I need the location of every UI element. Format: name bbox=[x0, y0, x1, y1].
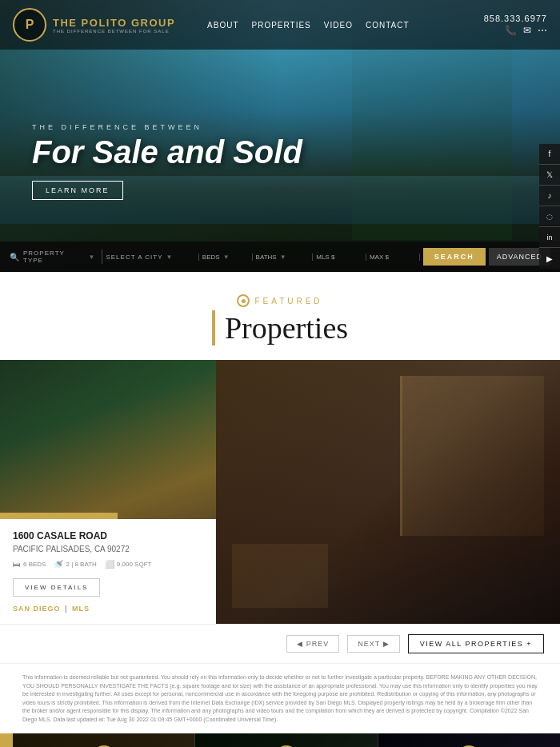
view-all-button[interactable]: VIEW ALL PROPERTIES + bbox=[408, 634, 544, 653]
spec-baths: 🚿 2 | 8 BATH bbox=[54, 560, 96, 569]
max-field[interactable]: MAX $ bbox=[370, 254, 420, 261]
bottom-tiles: ▲ P NEIGHBORHOOD GUIDE P INTERACTIVE MAP… bbox=[0, 733, 560, 747]
disclaimer-text: This information is deemed reliable but … bbox=[0, 663, 560, 733]
hero-content: THE DIFFERENCE BETWEEN For Sale and Sold… bbox=[32, 123, 302, 200]
social-tiktok[interactable]: ♪ bbox=[539, 186, 560, 206]
nav-about[interactable]: ABOUT bbox=[207, 21, 238, 30]
social-twitter[interactable]: 𝕏 bbox=[539, 165, 560, 186]
orange-tab: ▲ bbox=[0, 733, 13, 747]
mls-badge: SAN DIEGO | MLS bbox=[13, 605, 203, 613]
featured-title-text: Properties bbox=[225, 310, 348, 346]
tile-valuation[interactable]: P HOME VALUATION bbox=[378, 733, 560, 747]
city-select[interactable]: SELECT A CITY ▼ bbox=[106, 254, 198, 261]
main-nav: ABOUT PROPERTIES VIDEO CONTACT bbox=[207, 21, 409, 30]
property-city: Pacific Palisades, CA 90272 bbox=[13, 545, 203, 553]
nav-contact[interactable]: CONTACT bbox=[366, 21, 410, 30]
logo-circle: P bbox=[13, 8, 46, 42]
social-linkedin[interactable]: in bbox=[539, 227, 560, 248]
spec-beds: 🛏 6 BEDS bbox=[13, 560, 46, 569]
header-right: 858.333.6977 📞 ✉ ⋯ bbox=[484, 14, 547, 36]
logo-tagline: THE DIFFERENCE BETWEEN FOR SALE bbox=[53, 29, 175, 34]
search-button[interactable]: SEARCH bbox=[423, 248, 486, 266]
baths-select[interactable]: BATHS ▼ bbox=[256, 254, 314, 261]
grid-icon[interactable]: ⋯ bbox=[538, 25, 547, 36]
property-info-panel: 1600 CASALE ROAD Pacific Palisades, CA 9… bbox=[0, 519, 216, 624]
logo[interactable]: P THE POLITO GROUP THE DIFFERENCE BETWEE… bbox=[13, 8, 175, 42]
logo-name: THE POLITO GROUP bbox=[53, 17, 175, 29]
featured-emblem bbox=[237, 294, 250, 307]
search-bar: 🔍 PROPERTY TYPE ▼ SELECT A CITY ▼ BEDS ▼… bbox=[0, 242, 560, 272]
phone-number[interactable]: 858.333.6977 bbox=[484, 14, 547, 23]
property-address: 1600 CASALE ROAD bbox=[13, 530, 203, 543]
featured-label: FEATURED bbox=[0, 294, 560, 307]
phone-icon[interactable]: 📞 bbox=[505, 25, 517, 36]
nav-properties[interactable]: PROPERTIES bbox=[252, 21, 311, 30]
next-button[interactable]: NEXT ▶ bbox=[347, 635, 399, 653]
property-specs: 🛏 6 BEDS 🚿 2 | 8 BATH ⬜ 9,000 SQFT bbox=[13, 560, 203, 569]
tile-neighborhood[interactable]: P NEIGHBORHOOD GUIDE bbox=[13, 733, 194, 747]
property-type-field[interactable]: 🔍 PROPERTY TYPE ▼ bbox=[10, 250, 102, 264]
hero-subtitle: THE DIFFERENCE BETWEEN bbox=[32, 123, 302, 131]
hero-title: For Sale and Sold bbox=[32, 134, 302, 170]
featured-title: Properties bbox=[0, 310, 560, 346]
property-image-right bbox=[216, 360, 560, 624]
logo-letter: P bbox=[26, 18, 34, 32]
featured-header: FEATURED Properties bbox=[0, 294, 560, 346]
nav-video[interactable]: VIDEO bbox=[324, 21, 353, 30]
view-details-button[interactable]: VIEW DETAILS bbox=[13, 578, 100, 597]
prev-button[interactable]: ◀ PREV bbox=[286, 635, 339, 653]
property-image: $22,000,000 1600 CASALE ROAD Pacific Pal… bbox=[0, 360, 216, 624]
site-header: P THE POLITO GROUP THE DIFFERENCE BETWEE… bbox=[0, 0, 560, 50]
featured-section: FEATURED Properties $22,000,000 1600 CAS… bbox=[0, 272, 560, 733]
learn-more-button[interactable]: LEARN MORE bbox=[32, 181, 123, 200]
email-icon[interactable]: ✉ bbox=[523, 25, 531, 36]
spec-sqft: ⬜ 9,000 SQFT bbox=[105, 560, 152, 569]
mls-field[interactable]: MLS $ bbox=[316, 254, 366, 261]
property-card: $22,000,000 1600 CASALE ROAD Pacific Pal… bbox=[0, 360, 560, 624]
social-custom[interactable]: ◌ bbox=[539, 206, 560, 227]
tile-map[interactable]: P INTERACTIVE MAP bbox=[194, 733, 377, 747]
property-navigation: ◀ PREV NEXT ▶ VIEW ALL PROPERTIES + bbox=[0, 624, 560, 663]
social-facebook[interactable]: f bbox=[539, 144, 560, 165]
logo-text-block: THE POLITO GROUP THE DIFFERENCE BETWEEN … bbox=[53, 17, 175, 34]
social-sidebar: f 𝕏 ♪ ◌ in ▶ bbox=[539, 144, 560, 269]
beds-select[interactable]: BEDS ▼ bbox=[202, 254, 253, 261]
social-youtube[interactable]: ▶ bbox=[539, 248, 560, 269]
featured-text: FEATURED bbox=[254, 297, 322, 306]
